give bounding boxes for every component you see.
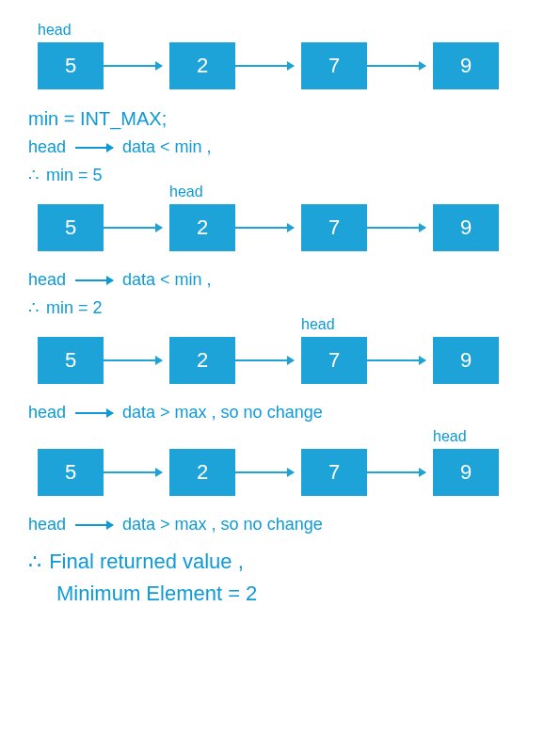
init-statement: min = INT_MAX; <box>28 108 532 130</box>
condition-line: head data < min , <box>28 137 532 157</box>
linked-list-row-4: head 5 2 7 9 <box>28 449 532 496</box>
list-node: 7 <box>301 337 367 384</box>
list-node: 2 <box>169 204 235 251</box>
condition-text: data > max , so no change <box>122 515 323 535</box>
condition-text: data > max , so no change <box>122 403 323 423</box>
list-node: 5 <box>38 204 104 251</box>
list-node: 5 <box>38 337 104 384</box>
arrow-icon <box>75 147 113 149</box>
list-node: 9 <box>433 42 499 89</box>
head-label: head <box>433 428 467 445</box>
linked-list-row-3: head 5 2 7 9 <box>28 337 532 384</box>
arrow-icon <box>104 65 162 67</box>
therefore-symbol: ∴ <box>28 165 39 185</box>
head-label: head <box>38 22 72 39</box>
condition-line: head data > max , so no change <box>28 515 532 535</box>
arrow-icon <box>75 524 113 526</box>
final-line-1: ∴ Final returned value , <box>28 550 532 574</box>
list-node: 9 <box>433 337 499 384</box>
list-node: 2 <box>169 337 235 384</box>
list-node: 5 <box>38 449 104 496</box>
condition-text: data < min , <box>122 137 212 157</box>
linked-list-row-1: head 5 2 7 9 <box>28 42 532 89</box>
arrow-icon <box>235 227 294 229</box>
arrow-icon <box>75 279 113 281</box>
list-node: 5 <box>38 42 104 89</box>
arrow-icon <box>104 471 162 473</box>
final-text-1: Final returned value , <box>49 550 244 573</box>
arrow-icon <box>367 359 425 361</box>
result-line: ∴ min = 5 <box>28 165 532 185</box>
head-text: head <box>28 515 66 535</box>
head-text: head <box>28 270 66 290</box>
head-text: head <box>28 137 66 157</box>
condition-text: data < min , <box>122 270 212 290</box>
list-node: 7 <box>301 204 367 251</box>
list-node: 2 <box>169 449 235 496</box>
condition-line: head data < min , <box>28 270 532 290</box>
arrow-icon <box>235 65 294 67</box>
therefore-symbol: ∴ <box>28 550 41 573</box>
result-line: ∴ min = 2 <box>28 297 532 318</box>
arrow-icon <box>367 65 425 67</box>
arrow-icon <box>104 227 162 229</box>
arrow-icon <box>235 471 294 473</box>
result-text: min = 2 <box>46 298 103 318</box>
arrow-icon <box>235 359 294 361</box>
head-text: head <box>28 403 66 423</box>
result-text: min = 5 <box>46 166 103 185</box>
therefore-symbol: ∴ <box>28 297 39 318</box>
list-node: 7 <box>301 449 367 496</box>
head-label: head <box>169 184 203 200</box>
head-label: head <box>301 316 335 333</box>
list-node: 2 <box>169 42 235 89</box>
arrow-icon <box>104 359 162 361</box>
arrow-icon <box>75 412 113 414</box>
list-node: 9 <box>433 449 499 496</box>
arrow-icon <box>367 471 425 473</box>
linked-list-row-2: head 5 2 7 9 <box>28 204 532 251</box>
arrow-icon <box>367 227 425 229</box>
list-node: 9 <box>433 204 499 251</box>
final-line-2: Minimum Element = 2 <box>56 582 532 606</box>
list-node: 7 <box>301 42 367 89</box>
condition-line: head data > max , so no change <box>28 403 532 423</box>
